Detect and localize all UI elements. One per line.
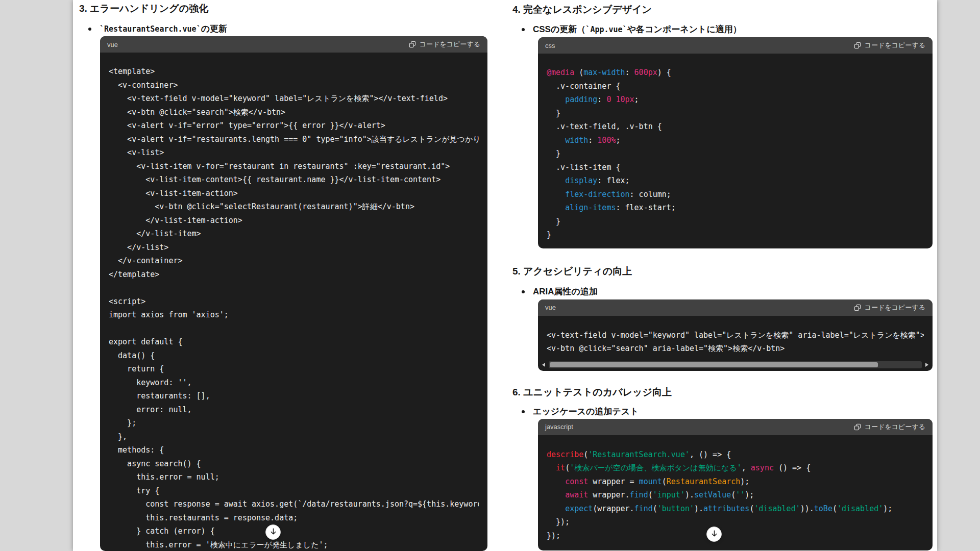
- code-language-label: vue: [107, 41, 118, 48]
- code-block-header: css コードをコピーする: [538, 37, 933, 54]
- horizontal-scrollbar[interactable]: [540, 361, 930, 369]
- code-block-header: vue コードをコピーする: [538, 299, 933, 316]
- arrow-down-icon: [270, 528, 277, 537]
- copy-code-button[interactable]: コードをコピーする: [854, 422, 925, 432]
- right-gutter: [937, 0, 980, 551]
- section-heading-3: 3. エラーハンドリングの強化: [79, 2, 487, 15]
- code-content: <template> <v-container> <v-text-field v…: [100, 53, 487, 551]
- copy-icon: [854, 304, 861, 311]
- copy-code-label: コードをコピーする: [865, 303, 925, 312]
- content-area: 3. エラーハンドリングの強化 `RestaurantSearch.vue`の更…: [73, 0, 937, 551]
- bullet-text: ARIA属性の追加: [533, 286, 598, 298]
- scroll-to-bottom-button-right[interactable]: [706, 527, 722, 542]
- code-language-label: css: [545, 42, 555, 49]
- bullet-marker: [522, 410, 525, 413]
- code-block-vue-aria: vue コードをコピーする <v-text-field v-model="key…: [538, 299, 933, 371]
- section-heading-6: 6. ユニットテストのカバレッジ向上: [512, 386, 933, 399]
- copy-code-label: コードをコピーする: [420, 40, 480, 49]
- copy-code-button[interactable]: コードをコピーする: [854, 303, 925, 312]
- scrollbar-left-arrow[interactable]: [540, 361, 547, 369]
- copy-icon: [854, 42, 861, 49]
- scrollbar-track[interactable]: [549, 361, 922, 368]
- code-block-header: javascript コードをコピーする: [538, 419, 933, 435]
- copy-code-button[interactable]: コードをコピーする: [854, 41, 925, 50]
- copy-code-button[interactable]: コードをコピーする: [409, 40, 480, 49]
- bullet-item-css-update: CSSの更新（`App.vue`や各コンポーネントに適用）: [512, 23, 933, 36]
- copy-icon: [854, 423, 861, 431]
- bullet-marker: [88, 28, 91, 31]
- right-triangle-icon: [925, 363, 928, 367]
- copy-icon: [409, 41, 416, 48]
- right-column: 4. 完全なレスポンシブデザイン CSSの更新（`App.vue`や各コンポーネ…: [512, 0, 933, 550]
- bullet-marker: [522, 28, 525, 31]
- bullet-item-edge-case-tests: エッジケースの追加テスト: [512, 406, 933, 418]
- bullet-item-restaurantsearch-update: `RestaurantSearch.vue`の更新: [79, 23, 487, 35]
- bullet-text: `RestaurantSearch.vue`の更新: [100, 23, 227, 35]
- code-content: <v-text-field v-model="keyword" label="レ…: [538, 316, 933, 356]
- section-heading-5: 5. アクセシビリティの向上: [512, 265, 933, 278]
- copy-code-label: コードをコピーする: [865, 422, 925, 432]
- code-block-javascript: javascript コードをコピーする describe('Restauran…: [538, 419, 933, 550]
- page: 3. エラーハンドリングの強化 `RestaurantSearch.vue`の更…: [0, 0, 980, 551]
- code-content: @media (max-width: 600px) { .v-container…: [538, 54, 933, 248]
- scroll-to-bottom-button-left[interactable]: [265, 524, 281, 540]
- arrow-down-icon: [710, 530, 718, 539]
- left-triangle-icon: [542, 363, 545, 367]
- bullet-marker: [522, 290, 525, 293]
- scrollbar-right-arrow[interactable]: [923, 361, 930, 369]
- code-language-label: vue: [545, 304, 556, 311]
- left-gutter: [0, 0, 73, 551]
- left-column: 3. エラーハンドリングの強化 `RestaurantSearch.vue`の更…: [79, 0, 487, 551]
- bullet-item-aria: ARIA属性の追加: [512, 286, 933, 298]
- code-block-vue-main: vue コードをコピーする <template> <v-container> <…: [100, 36, 487, 551]
- section-heading-4: 4. 完全なレスポンシブデザイン: [512, 3, 933, 16]
- bullet-text: エッジケースの追加テスト: [533, 406, 639, 418]
- code-language-label: javascript: [545, 423, 573, 431]
- copy-code-label: コードをコピーする: [865, 41, 925, 50]
- code-block-css: css コードをコピーする @media (max-width: 600px) …: [538, 37, 933, 248]
- scrollbar-thumb[interactable]: [550, 362, 878, 367]
- bullet-text: CSSの更新（`App.vue`や各コンポーネントに適用）: [533, 23, 742, 36]
- code-block-header: vue コードをコピーする: [100, 36, 487, 53]
- code-content: describe('RestaurantSearch.vue', () => {…: [538, 435, 933, 550]
